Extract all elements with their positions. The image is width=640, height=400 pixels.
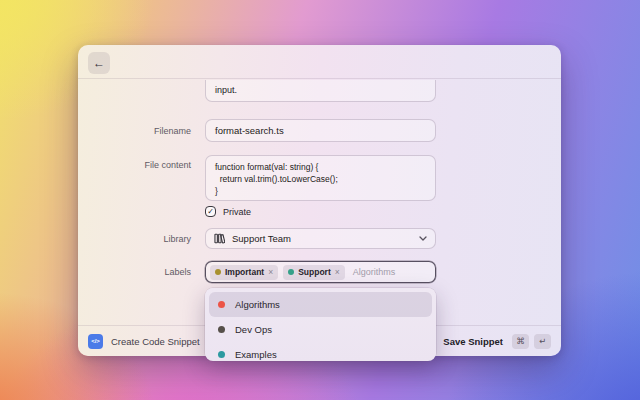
labels-input[interactable]: Important × Support × Algorithms: [205, 261, 436, 283]
command-key-icon: ⌘: [512, 334, 529, 349]
tag-label: Important: [225, 267, 264, 277]
file-content-label: File content: [78, 160, 191, 170]
labels-label: Labels: [78, 267, 191, 277]
label-color-dot: [218, 301, 225, 308]
label-color-dot: [218, 326, 225, 333]
library-label: Library: [78, 234, 191, 244]
save-action[interactable]: Save Snippet ⌘ ↵: [443, 334, 551, 349]
tag-color-dot: [288, 269, 294, 275]
save-snippet-button[interactable]: Save Snippet: [443, 336, 503, 347]
description-textarea[interactable]: input.: [205, 80, 436, 102]
command-title: Create Code Snippet: [111, 336, 200, 347]
library-icon: [214, 233, 225, 244]
tag-color-dot: [215, 269, 221, 275]
dropdown-item-label: Examples: [235, 349, 277, 360]
description-text: input.: [215, 85, 237, 95]
dropdown-item-examples[interactable]: Examples: [209, 342, 432, 361]
library-select[interactable]: Support Team: [205, 228, 436, 249]
labels-typed-text: Algorithms: [353, 267, 396, 277]
labels-dropdown: Algorithms Dev Ops Examples: [205, 288, 436, 361]
desktop-background: ← input. Filename format-search.ts File …: [0, 0, 640, 400]
label-color-dot: [218, 351, 225, 358]
dropdown-item-label: Algorithms: [235, 299, 280, 310]
private-checkbox[interactable]: ✓: [205, 206, 216, 217]
tag-label: Support: [298, 267, 331, 277]
file-content-textarea[interactable]: function format(val: string) { return va…: [205, 155, 436, 201]
dropdown-item-algorithms[interactable]: Algorithms: [209, 292, 432, 317]
window-header: ←: [78, 45, 561, 79]
chevron-down-icon: [419, 236, 427, 241]
file-content-code: function format(val: string) { return va…: [215, 161, 426, 197]
remove-tag-icon[interactable]: ×: [335, 267, 340, 277]
filename-value: format-search.ts: [215, 125, 284, 136]
app-chip: </> Create Code Snippet: [88, 334, 200, 349]
dropdown-item-dev-ops[interactable]: Dev Ops: [209, 317, 432, 342]
back-button[interactable]: ←: [88, 52, 110, 74]
dropdown-item-label: Dev Ops: [235, 324, 272, 335]
filename-input[interactable]: format-search.ts: [205, 119, 436, 142]
filename-label: Filename: [78, 126, 191, 136]
return-key-icon: ↵: [534, 334, 551, 349]
tag-support[interactable]: Support ×: [283, 265, 345, 280]
tag-important[interactable]: Important ×: [210, 265, 278, 280]
library-value: Support Team: [232, 233, 291, 244]
code-snippet-icon: </>: [88, 334, 103, 349]
private-checkbox-label[interactable]: Private: [223, 206, 251, 218]
remove-tag-icon[interactable]: ×: [268, 267, 273, 277]
